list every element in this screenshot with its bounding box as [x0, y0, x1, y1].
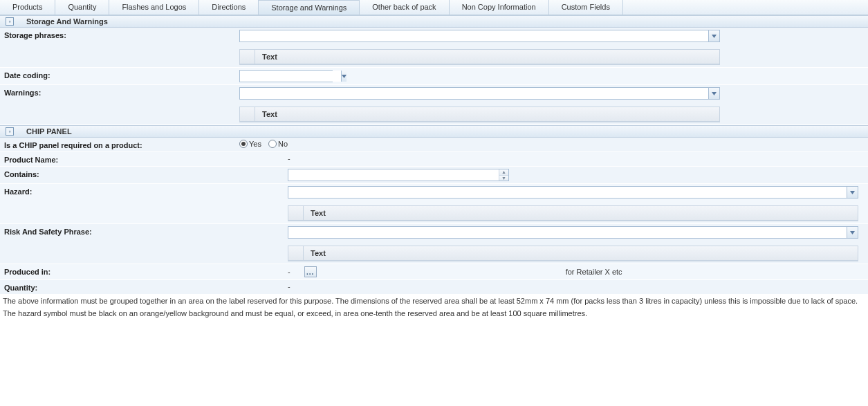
- row-storage-phrases: Storage phrases: Text: [0, 28, 868, 68]
- risk-safety-combo[interactable]: [288, 226, 858, 239]
- contains-input-wrap[interactable]: ▲ ▼: [288, 169, 509, 181]
- contains-label: Contains:: [4, 169, 288, 178]
- chip-required-label: Is a CHIP panel required on a product:: [4, 140, 239, 149]
- storage-phrases-table-handle-col: [240, 50, 255, 64]
- date-coding-label: Date coding:: [4, 70, 239, 80]
- radio-icon: [239, 140, 248, 148]
- hazard-input[interactable]: [288, 187, 847, 198]
- date-coding-combo[interactable]: [239, 70, 333, 82]
- footnote-line-1: The above information must be grouped to…: [0, 295, 868, 307]
- footnote-line-2: The hazard symbol must be black on an or…: [0, 307, 868, 320]
- warnings-table-handle-col: [240, 107, 255, 121]
- date-coding-dropdown-arrow[interactable]: [341, 71, 347, 82]
- row-date-coding: Date coding:: [0, 68, 868, 85]
- quantity-label: Quantity:: [4, 282, 288, 292]
- risk-safety-table-handle-col: [288, 246, 304, 260]
- contains-spin-down[interactable]: ▼: [499, 176, 508, 181]
- collapse-storage-warnings-button[interactable]: ▫: [6, 17, 14, 26]
- storage-phrases-table-text-header: Text: [255, 50, 719, 64]
- tab-quantity[interactable]: Quantity: [55, 0, 109, 15]
- tab-storage-warnings[interactable]: Storage and Warnings: [259, 0, 360, 15]
- tab-other-back-of-pack[interactable]: Other back of pack: [360, 0, 449, 15]
- storage-phrases-combo[interactable]: [239, 30, 720, 42]
- date-coding-input[interactable]: [240, 71, 341, 82]
- chip-required-yes-radio[interactable]: Yes: [239, 140, 261, 148]
- chip-required-no-label: No: [278, 140, 288, 148]
- row-quantity: Quantity: -: [0, 280, 868, 295]
- hazard-table-text-header: Text: [304, 206, 858, 220]
- chevron-down-icon: [342, 75, 347, 78]
- row-chip-required: Is a CHIP panel required on a product: Y…: [0, 138, 868, 152]
- warnings-table: Text: [239, 107, 720, 122]
- risk-safety-label: Risk And Safety Phrase:: [4, 226, 288, 236]
- produced-in-hint: for Retailer X etc: [331, 268, 622, 276]
- section-storage-warnings-title: Storage And Warnings: [26, 17, 108, 26]
- collapse-chip-panel-button[interactable]: ▫: [6, 127, 14, 136]
- storage-phrases-table: Text: [239, 49, 720, 65]
- quantity-value: -: [288, 282, 864, 290]
- chip-required-no-radio[interactable]: No: [268, 140, 288, 148]
- storage-phrases-dropdown-arrow[interactable]: [708, 30, 719, 41]
- contains-spin-up[interactable]: ▲: [499, 169, 508, 176]
- chevron-down-icon: [712, 35, 717, 38]
- warnings-input[interactable]: [240, 88, 708, 99]
- warnings-dropdown-arrow[interactable]: [708, 88, 719, 99]
- product-name-value: -: [288, 154, 864, 163]
- risk-safety-input[interactable]: [288, 227, 847, 238]
- tab-non-copy-information[interactable]: Non Copy Information: [450, 0, 549, 15]
- storage-phrases-input[interactable]: [240, 30, 708, 41]
- tab-products[interactable]: Products: [0, 0, 55, 15]
- row-product-name: Product Name: -: [0, 152, 868, 167]
- section-chip-panel-title: CHIP PANEL: [26, 127, 72, 136]
- risk-safety-table: Text: [288, 246, 858, 261]
- section-storage-warnings-header: ▫ Storage And Warnings: [0, 15, 868, 28]
- produced-in-value: -: [288, 268, 290, 276]
- row-warnings: Warnings: Text: [0, 85, 868, 125]
- radio-icon: [268, 140, 277, 148]
- row-risk-safety: Risk And Safety Phrase: Text: [0, 224, 868, 264]
- warnings-combo[interactable]: [239, 87, 720, 100]
- hazard-label: Hazard:: [4, 186, 288, 196]
- tab-directions[interactable]: Directions: [199, 0, 259, 15]
- hazard-table: Text: [288, 205, 858, 221]
- produced-in-browse-button[interactable]: ...: [304, 266, 317, 277]
- hazard-combo[interactable]: [288, 186, 858, 199]
- row-hazard: Hazard: Text: [0, 184, 868, 224]
- chevron-down-icon: [712, 92, 717, 95]
- hazard-dropdown-arrow[interactable]: [847, 187, 858, 198]
- hazard-table-handle-col: [288, 206, 304, 220]
- chevron-down-icon: [850, 231, 855, 234]
- tab-custom-fields[interactable]: Custom Fields: [549, 0, 623, 15]
- section-chip-panel-header: ▫ CHIP PANEL: [0, 125, 868, 138]
- tab-flashes-logos[interactable]: Flashes and Logos: [109, 0, 199, 15]
- row-contains: Contains: ▲ ▼: [0, 167, 868, 184]
- risk-safety-dropdown-arrow[interactable]: [847, 227, 858, 238]
- tab-bar: Products Quantity Flashes and Logos Dire…: [0, 0, 868, 15]
- product-name-label: Product Name:: [4, 154, 288, 164]
- chip-required-yes-label: Yes: [249, 140, 261, 148]
- warnings-table-text-header: Text: [255, 107, 719, 121]
- produced-in-label: Produced in:: [4, 266, 288, 276]
- chevron-down-icon: [850, 191, 855, 194]
- row-produced-in: Produced in: - ... for Retailer X etc: [0, 264, 868, 280]
- storage-phrases-label: Storage phrases:: [4, 30, 239, 39]
- risk-safety-table-text-header: Text: [304, 246, 858, 260]
- warnings-label: Warnings:: [4, 87, 239, 97]
- contains-input[interactable]: [288, 169, 499, 181]
